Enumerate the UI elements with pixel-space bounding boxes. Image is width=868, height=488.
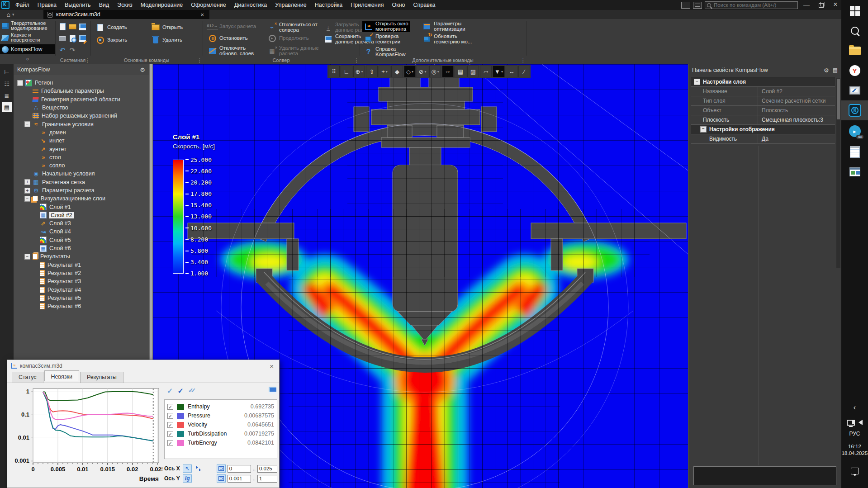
update-geometry-button[interactable]: Обновить геометрию мо... — [421, 33, 474, 45]
checklist-panel-icon[interactable]: ☷ — [2, 79, 12, 89]
series-checkbox[interactable]: ✓ — [167, 404, 173, 410]
tree-expander[interactable]: − — [17, 80, 23, 86]
property-row[interactable]: Настройки слоя — [691, 77, 835, 87]
tree-item[interactable]: Результат #4 — [14, 285, 149, 294]
double-check-icon[interactable]: ✓✓ — [188, 387, 198, 395]
check-geometry-button[interactable]: Проверка геометрии — [362, 33, 402, 45]
menu-item[interactable]: Файл — [11, 0, 33, 10]
notification-center[interactable] — [841, 464, 868, 478]
probe-icon[interactable]: ∕ — [518, 66, 530, 77]
hide-all-icon[interactable]: ◎▾ — [429, 66, 441, 77]
legend-row[interactable]: ✓ Pressure 0.00687575 — [167, 411, 274, 420]
legend-row[interactable]: ✓ TurbDissipation 0.00719275 — [167, 429, 274, 438]
menu-item[interactable]: Моделирование — [137, 0, 187, 10]
kompasflow-help-button[interactable]: ?Справка KompasFlow — [362, 46, 407, 57]
list-panel-icon[interactable]: ≣ — [2, 90, 12, 100]
check-solid-icon[interactable]: ✓ — [177, 387, 183, 395]
volume-icon[interactable] — [859, 420, 863, 425]
clock[interactable]: 16:1218.04.2025 — [841, 442, 868, 458]
tree-expander[interactable]: − — [24, 196, 30, 202]
legend-row[interactable]: ✓ Velocity 0.0645651 — [167, 420, 274, 429]
monitor-tab[interactable]: Невязки — [44, 370, 79, 381]
restore-button[interactable] — [815, 0, 827, 10]
menu-item[interactable]: Выделить — [61, 0, 95, 10]
property-row[interactable]: Плоскость Смещенная плоскость:3 — [691, 115, 835, 125]
print-icon[interactable] — [59, 36, 66, 41]
axis-cursor-icon[interactable]: ↖ — [183, 464, 192, 473]
log-scale-icon[interactable]: lg — [183, 474, 192, 483]
tree-item[interactable]: ∴ Вещество — [14, 104, 149, 112]
save-as-icon[interactable] — [79, 35, 86, 42]
tree-item[interactable]: ▦ Слой #6 — [14, 244, 149, 252]
property-value[interactable]: Смещенная плоскость:3 — [758, 117, 835, 123]
property-row[interactable]: Видимость Да — [691, 134, 835, 144]
properties-scrollbar[interactable] — [836, 78, 840, 268]
series-checkbox[interactable]: ✓ — [167, 422, 173, 428]
tree-item[interactable]: Результат #1 — [14, 261, 149, 269]
open-folder-icon[interactable] — [69, 24, 76, 29]
tree-item[interactable]: − Визуализационные слои — [14, 194, 149, 203]
gear-icon[interactable]: ⚙ — [824, 67, 829, 74]
monitor-close-icon[interactable]: × — [268, 362, 275, 370]
clip-surface-icon[interactable]: ▨ — [467, 66, 479, 77]
preview-icon[interactable] — [70, 35, 76, 42]
command-search[interactable] — [705, 1, 798, 9]
sketch-icon[interactable]: ∟ — [341, 66, 352, 77]
axis-x-fit-icon[interactable] — [217, 464, 226, 473]
menu-item[interactable]: Эскиз — [113, 0, 136, 10]
system-monitor-app[interactable] — [841, 81, 868, 100]
monitoring-window[interactable]: ≈ компас3сим.m3d × Статус Невязки Резуль… — [7, 360, 280, 488]
minimize-button[interactable]: — — [801, 0, 812, 10]
property-value[interactable]: Да — [758, 136, 835, 142]
menu-item[interactable]: Управление — [271, 0, 311, 10]
tree-item[interactable]: » стол — [14, 153, 149, 161]
gear-icon[interactable]: ⚙ — [140, 66, 145, 73]
tree-item[interactable]: Результат #5 — [14, 294, 149, 302]
property-row[interactable]: Тип слоя Сечение расчетной сетки — [691, 96, 835, 106]
grid-select-icon[interactable]: ⠿ — [328, 66, 340, 77]
axis-y-fit-icon[interactable] — [217, 474, 226, 483]
series-checkbox[interactable]: ✓ — [167, 413, 173, 419]
measure-icon[interactable]: ↔ — [506, 66, 517, 77]
new-doc-icon[interactable] — [60, 23, 66, 30]
start-button[interactable] — [841, 1, 868, 21]
check-light-icon[interactable]: ✓ — [167, 387, 173, 395]
tree-panel-icon[interactable]: ⊢ — [2, 67, 12, 77]
stop-button[interactable]: Остановить — [206, 33, 250, 43]
redo-icon[interactable]: ↷ — [70, 46, 76, 54]
tree-item[interactable]: ↗ аунтет — [14, 145, 149, 153]
monitor-tab[interactable]: Статус — [12, 372, 43, 383]
continue-button[interactable]: ▸Продолжить — [266, 33, 311, 43]
property-value[interactable]: Слой #2 — [758, 88, 835, 95]
legend-row[interactable]: ✓ Enthalpy 0.692735 — [167, 402, 274, 411]
clip-box-icon[interactable]: ▤ — [455, 66, 466, 77]
tree-item[interactable]: Результат #2 — [14, 269, 149, 277]
close-doc-button[interactable]: ✕Закрыть — [94, 35, 129, 45]
tab-close-icon[interactable]: × — [199, 11, 206, 18]
tree-item[interactable]: Глобальные параметры — [14, 87, 149, 95]
undo-icon[interactable]: ↶ — [60, 46, 66, 54]
series-checkbox[interactable]: ✓ — [167, 431, 173, 437]
tree-item[interactable]: Геометрия расчетной области — [14, 95, 149, 104]
save-chart-icon[interactable] — [269, 387, 276, 394]
taskbar-search[interactable] — [841, 21, 868, 41]
save-icon[interactable] — [79, 24, 86, 30]
tree-item[interactable]: ⇗ Слой #3 — [14, 219, 149, 227]
property-value[interactable]: Сечение расчетной сетки — [758, 98, 835, 104]
collapse-panel-icon[interactable]: ▤ — [833, 67, 838, 73]
menu-item[interactable]: Окно — [388, 0, 409, 10]
property-value[interactable]: Плоскость — [758, 107, 835, 114]
tree-item[interactable]: ◉ Начальные условия — [14, 170, 149, 178]
document-tab[interactable]: компас3сим.m3d × — [43, 10, 209, 19]
tree-item[interactable]: Набор решаемых уравнений — [14, 112, 149, 120]
app-window[interactable] — [841, 162, 868, 182]
tree-expander[interactable]: − — [24, 121, 30, 127]
zoom-icon[interactable]: ⊕▾ — [353, 66, 365, 77]
filter-icon[interactable]: ▼▾ — [493, 66, 505, 77]
window-layout-icon[interactable] — [681, 2, 690, 9]
search-input[interactable] — [713, 2, 794, 8]
legend-row[interactable]: ✓ TurbEnergy 0.0842101 — [167, 438, 274, 447]
tree-item[interactable]: − ≈ Граничные условия — [14, 120, 149, 128]
clip-sketch-icon[interactable]: ▱ — [480, 66, 492, 77]
axis-x-max-input[interactable] — [257, 465, 277, 473]
